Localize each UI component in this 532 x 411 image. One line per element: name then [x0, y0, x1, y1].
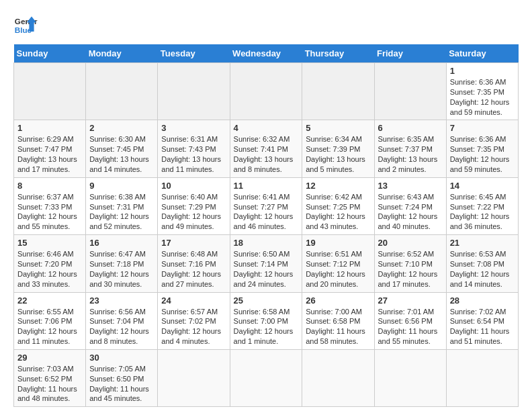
calendar-cell: 21Sunrise: 6:53 AMSunset: 7:08 PMDayligh… [446, 235, 518, 292]
day-info: Sunrise: 6:53 AMSunset: 7:08 PMDaylight:… [450, 249, 515, 289]
calendar-cell [14, 63, 86, 120]
calendar-cell: 23Sunrise: 6:56 AMSunset: 7:04 PMDayligh… [86, 292, 158, 349]
day-info: Sunrise: 6:51 AMSunset: 7:12 PMDaylight:… [306, 249, 370, 289]
calendar-cell [158, 349, 230, 406]
calendar-cell: 1Sunrise: 6:29 AMSunset: 7:47 PMDaylight… [14, 120, 86, 177]
calendar-cell: 20Sunrise: 6:52 AMSunset: 7:10 PMDayligh… [374, 235, 446, 292]
day-number: 30 [89, 353, 154, 363]
calendar-cell: 18Sunrise: 6:50 AMSunset: 7:14 PMDayligh… [230, 235, 302, 292]
day-info: Sunrise: 6:46 AMSunset: 7:20 PMDaylight:… [17, 249, 82, 289]
calendar-cell [230, 349, 302, 406]
column-header-saturday: Saturday [446, 44, 518, 63]
column-header-wednesday: Wednesday [230, 44, 302, 63]
day-number: 22 [17, 295, 82, 306]
calendar-cell: 15Sunrise: 6:46 AMSunset: 7:20 PMDayligh… [14, 235, 86, 292]
day-number: 18 [234, 238, 299, 248]
calendar-cell [302, 63, 374, 120]
day-number: 26 [306, 295, 370, 306]
calendar-cell: 29Sunrise: 7:03 AMSunset: 6:52 PMDayligh… [14, 349, 86, 406]
day-info: Sunrise: 6:40 AMSunset: 7:29 PMDaylight:… [161, 192, 226, 232]
day-number: 1 [450, 66, 515, 76]
day-info: Sunrise: 6:29 AMSunset: 7:47 PMDaylight:… [17, 134, 82, 174]
day-number: 17 [161, 238, 226, 248]
calendar-cell [302, 349, 374, 406]
day-number: 8 [17, 181, 82, 191]
day-number: 14 [450, 181, 515, 191]
day-number: 6 [378, 123, 443, 133]
day-info: Sunrise: 6:35 AMSunset: 7:37 PMDaylight:… [378, 134, 443, 174]
calendar-cell [230, 63, 302, 120]
column-header-sunday: Sunday [14, 44, 86, 63]
calendar-cell: 11Sunrise: 6:41 AMSunset: 7:27 PMDayligh… [230, 177, 302, 234]
calendar-cell: 13Sunrise: 6:43 AMSunset: 7:24 PMDayligh… [374, 177, 446, 234]
day-number: 20 [378, 238, 443, 248]
calendar-cell: 10Sunrise: 6:40 AMSunset: 7:29 PMDayligh… [158, 177, 230, 234]
day-info: Sunrise: 7:02 AMSunset: 6:54 PMDaylight:… [450, 307, 515, 347]
header-row: SundayMondayTuesdayWednesdayThursdayFrid… [14, 44, 519, 63]
day-number: 21 [450, 238, 515, 248]
day-number: 5 [306, 123, 370, 133]
week-row-1: 1Sunrise: 6:36 AMSunset: 7:35 PMDaylight… [14, 63, 519, 120]
calendar-cell: 2Sunrise: 6:30 AMSunset: 7:45 PMDaylight… [86, 120, 158, 177]
calendar-cell: 19Sunrise: 6:51 AMSunset: 7:12 PMDayligh… [302, 235, 374, 292]
day-number: 24 [161, 295, 226, 306]
logo-icon: General Blue [13, 13, 38, 38]
day-info: Sunrise: 6:31 AMSunset: 7:43 PMDaylight:… [161, 134, 226, 174]
calendar-cell [446, 349, 518, 406]
day-number: 2 [89, 123, 154, 133]
day-number: 19 [306, 238, 370, 248]
day-info: Sunrise: 6:50 AMSunset: 7:14 PMDaylight:… [234, 249, 299, 289]
calendar-cell: 5Sunrise: 6:34 AMSunset: 7:39 PMDaylight… [302, 120, 374, 177]
column-header-friday: Friday [374, 44, 446, 63]
calendar-cell: 27Sunrise: 7:01 AMSunset: 6:56 PMDayligh… [374, 292, 446, 349]
day-info: Sunrise: 6:34 AMSunset: 7:39 PMDaylight:… [306, 134, 370, 174]
day-info: Sunrise: 6:55 AMSunset: 7:06 PMDaylight:… [17, 307, 82, 347]
day-number: 12 [306, 181, 370, 191]
calendar-cell: 3Sunrise: 6:31 AMSunset: 7:43 PMDaylight… [158, 120, 230, 177]
week-row-3: 8Sunrise: 6:37 AMSunset: 7:33 PMDaylight… [14, 177, 519, 234]
day-number: 1 [17, 123, 82, 133]
calendar-cell: 22Sunrise: 6:55 AMSunset: 7:06 PMDayligh… [14, 292, 86, 349]
day-info: Sunrise: 6:52 AMSunset: 7:10 PMDaylight:… [378, 249, 443, 289]
calendar-cell [158, 63, 230, 120]
day-info: Sunrise: 6:57 AMSunset: 7:02 PMDaylight:… [161, 307, 226, 347]
week-row-4: 15Sunrise: 6:46 AMSunset: 7:20 PMDayligh… [14, 235, 519, 292]
column-header-thursday: Thursday [302, 44, 374, 63]
day-number: 9 [89, 181, 154, 191]
day-info: Sunrise: 6:41 AMSunset: 7:27 PMDaylight:… [234, 192, 299, 232]
day-info: Sunrise: 6:56 AMSunset: 7:04 PMDaylight:… [89, 307, 154, 347]
calendar-cell: 1Sunrise: 6:36 AMSunset: 7:35 PMDaylight… [446, 63, 518, 120]
day-number: 3 [161, 123, 226, 133]
calendar-cell: 9Sunrise: 6:38 AMSunset: 7:31 PMDaylight… [86, 177, 158, 234]
day-info: Sunrise: 6:32 AMSunset: 7:41 PMDaylight:… [234, 134, 299, 174]
column-header-tuesday: Tuesday [158, 44, 230, 63]
calendar-cell: 24Sunrise: 6:57 AMSunset: 7:02 PMDayligh… [158, 292, 230, 349]
day-info: Sunrise: 6:48 AMSunset: 7:16 PMDaylight:… [161, 249, 226, 289]
calendar-cell: 6Sunrise: 6:35 AMSunset: 7:37 PMDaylight… [374, 120, 446, 177]
day-info: Sunrise: 7:05 AMSunset: 6:50 PMDaylight:… [89, 364, 154, 404]
calendar-cell: 28Sunrise: 7:02 AMSunset: 6:54 PMDayligh… [446, 292, 518, 349]
day-number: 11 [234, 181, 299, 191]
calendar-cell: 26Sunrise: 7:00 AMSunset: 6:58 PMDayligh… [302, 292, 374, 349]
week-row-6: 29Sunrise: 7:03 AMSunset: 6:52 PMDayligh… [14, 349, 519, 406]
day-number: 7 [450, 123, 515, 133]
day-number: 13 [378, 181, 443, 191]
calendar-cell: 30Sunrise: 7:05 AMSunset: 6:50 PMDayligh… [86, 349, 158, 406]
day-info: Sunrise: 6:38 AMSunset: 7:31 PMDaylight:… [89, 192, 154, 232]
day-info: Sunrise: 6:43 AMSunset: 7:24 PMDaylight:… [378, 192, 443, 232]
calendar-cell [86, 63, 158, 120]
day-info: Sunrise: 6:30 AMSunset: 7:45 PMDaylight:… [89, 134, 154, 174]
day-info: Sunrise: 7:03 AMSunset: 6:52 PMDaylight:… [17, 364, 82, 404]
day-info: Sunrise: 6:37 AMSunset: 7:33 PMDaylight:… [17, 192, 82, 232]
day-info: Sunrise: 7:01 AMSunset: 6:56 PMDaylight:… [378, 307, 443, 347]
day-info: Sunrise: 6:47 AMSunset: 7:18 PMDaylight:… [89, 249, 154, 289]
day-info: Sunrise: 7:00 AMSunset: 6:58 PMDaylight:… [306, 307, 370, 347]
calendar-cell: 17Sunrise: 6:48 AMSunset: 7:16 PMDayligh… [158, 235, 230, 292]
calendar-cell: 14Sunrise: 6:45 AMSunset: 7:22 PMDayligh… [446, 177, 518, 234]
page-header: General Blue [13, 13, 519, 38]
day-info: Sunrise: 6:45 AMSunset: 7:22 PMDaylight:… [450, 192, 515, 232]
logo: General Blue [13, 13, 38, 38]
calendar-cell [374, 349, 446, 406]
calendar-cell: 8Sunrise: 6:37 AMSunset: 7:33 PMDaylight… [14, 177, 86, 234]
week-row-2: 1Sunrise: 6:29 AMSunset: 7:47 PMDaylight… [14, 120, 519, 177]
